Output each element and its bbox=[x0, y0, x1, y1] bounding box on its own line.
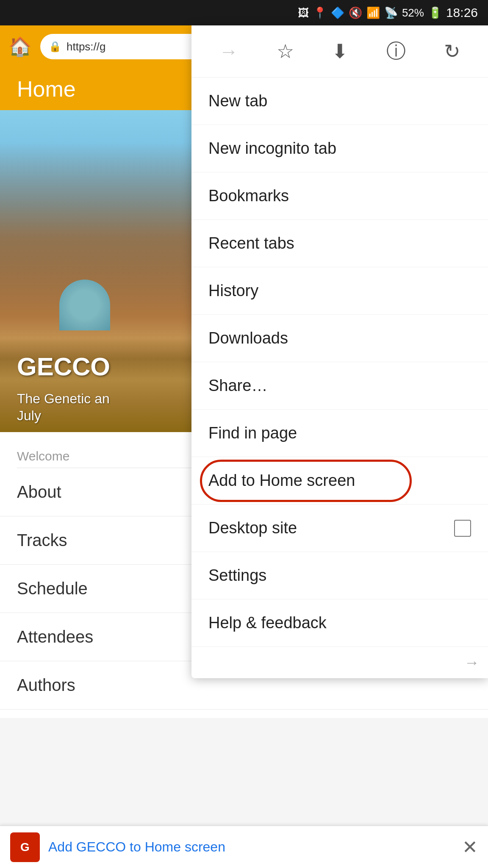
page-title: Home bbox=[17, 76, 76, 102]
menu-item-add-to-home-screen[interactable]: Add to Home screen bbox=[191, 457, 488, 505]
bottom-banner: G Add GECCO to Home screen ✕ bbox=[0, 826, 488, 868]
lock-icon: 🔒 bbox=[49, 41, 61, 53]
hero-date: July bbox=[17, 408, 41, 424]
menu-bottom-arrow: → bbox=[191, 647, 488, 678]
hero-site-name: GECCO bbox=[17, 352, 110, 381]
banner-logo: G bbox=[10, 832, 40, 862]
url-text: https://g bbox=[67, 40, 106, 53]
desktop-site-checkbox[interactable] bbox=[454, 520, 471, 537]
signal-icon: 📡 bbox=[384, 6, 398, 19]
bluetooth-icon: 🔷 bbox=[331, 6, 344, 19]
info-icon[interactable]: ⓘ bbox=[386, 38, 406, 64]
download-icon[interactable]: ⬇ bbox=[332, 40, 348, 63]
status-time: 18:26 bbox=[446, 6, 478, 20]
menu-item-new-incognito-tab[interactable]: New incognito tab bbox=[191, 125, 488, 172]
banner-close-button[interactable]: ✕ bbox=[462, 836, 478, 858]
menu-item-find-in-page[interactable]: Find in page bbox=[191, 410, 488, 457]
wifi-icon: 📶 bbox=[366, 6, 380, 19]
banner-logo-text: G bbox=[20, 840, 30, 854]
context-menu: → ☆ ⬇ ⓘ ↻ New tab New incognito tab Book… bbox=[191, 25, 488, 678]
menu-item-downloads[interactable]: Downloads bbox=[191, 315, 488, 362]
menu-item-share[interactable]: Share… bbox=[191, 362, 488, 410]
forward-icon: → bbox=[219, 40, 238, 63]
menu-item-history[interactable]: History bbox=[191, 267, 488, 315]
battery-icon: 🔋 bbox=[428, 6, 442, 19]
hero-subtitle: The Genetic an bbox=[17, 391, 110, 407]
menu-item-recent-tabs[interactable]: Recent tabs bbox=[191, 220, 488, 267]
battery-percent: 52% bbox=[402, 6, 424, 19]
menu-item-settings[interactable]: Settings bbox=[191, 552, 488, 599]
photo-icon: 🖼 bbox=[298, 6, 309, 19]
status-bar: 🖼 📍 🔷 🔇 📶 📡 52% 🔋 18:26 bbox=[0, 0, 488, 25]
menu-scroll-right-icon: → bbox=[464, 654, 480, 671]
refresh-icon[interactable]: ↻ bbox=[444, 40, 460, 63]
menu-item-new-tab[interactable]: New tab bbox=[191, 78, 488, 125]
banner-add-text[interactable]: Add GECCO to Home screen bbox=[48, 839, 454, 855]
location-icon: 📍 bbox=[313, 6, 327, 19]
home-icon[interactable]: 🏠 bbox=[8, 36, 32, 58]
menu-item-help-feedback[interactable]: Help & feedback bbox=[191, 599, 488, 647]
status-icons: 🖼 📍 🔷 🔇 📶 📡 52% 🔋 18:26 bbox=[298, 6, 478, 20]
menu-item-bookmarks[interactable]: Bookmarks bbox=[191, 172, 488, 220]
dome-element bbox=[59, 280, 110, 330]
bookmark-star-icon[interactable]: ☆ bbox=[277, 40, 294, 63]
mute-icon: 🔇 bbox=[349, 6, 362, 19]
menu-item-desktop-site[interactable]: Desktop site bbox=[191, 505, 488, 552]
menu-toolbar: → ☆ ⬇ ⓘ ↻ bbox=[191, 25, 488, 78]
